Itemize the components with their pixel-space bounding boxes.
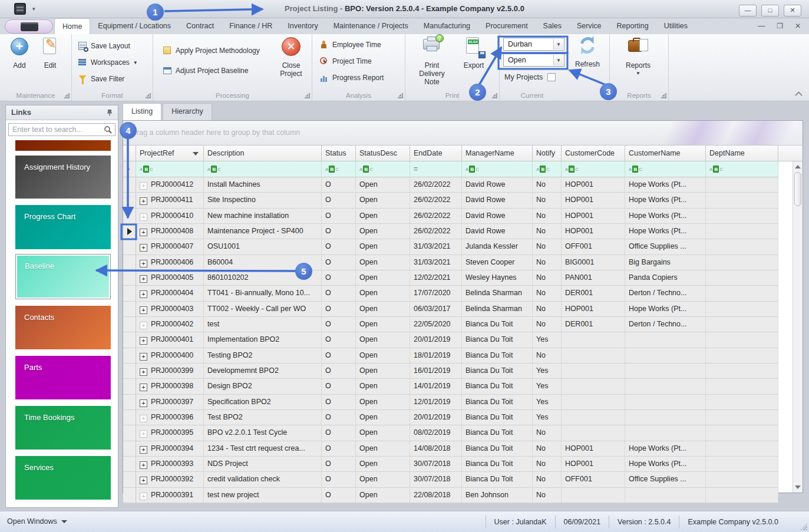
close-project-button[interactable]: ✕ Close Project [273,37,309,78]
project-row-prj0000401[interactable]: +PRJ0000401Implementation BPO2OOpen20/01… [123,332,778,348]
expand-icon[interactable]: + [140,368,147,376]
maximize-button[interactable]: □ [761,5,779,16]
abc-filter-icon[interactable]: ABC [629,166,642,173]
project-row-prj0000403[interactable]: +PRJ0000403TT002 - Weekly - Call per WOO… [123,302,778,317]
menu-tab-service[interactable]: Service [569,18,609,34]
scrollbar-thumb[interactable] [794,172,801,206]
project-row-prj0000398[interactable]: +PRJ0000398Design BPO2OOpen14/01/2019Bia… [123,379,778,394]
project-row-prj0000402[interactable]: +PRJ0000402testOOpen22/05/2020Bianca Du … [123,317,778,332]
my-projects-checkbox-box[interactable] [547,73,556,81]
abc-filter-icon[interactable]: ABC [709,166,723,173]
scroll-up-icon[interactable] [795,165,801,168]
refresh-button[interactable]: Refresh [569,35,606,68]
menu-tab-manufacturing[interactable]: Manufacturing [416,18,478,34]
project-row-prj0000400[interactable]: +PRJ0000400Testing BPO2OOpen18/01/2019Bi… [123,348,778,364]
column-header-description[interactable]: Description [204,146,322,161]
format-dialog-launcher[interactable] [146,93,151,98]
print-delivery-note-button[interactable]: ? Print Delivery Note [412,37,451,86]
abc-filter-icon[interactable]: ABC [465,166,479,173]
column-header-statusdesc[interactable]: StatusDesc [356,146,410,161]
menu-tab-home[interactable]: Home [54,18,90,34]
project-row-prj0000391[interactable]: +PRJ0000391test new projectOOpen22/08/20… [123,488,778,503]
filter-cell-customername[interactable]: ABC [625,161,706,177]
mdi-restore-icon[interactable]: ❐ [777,22,783,30]
expand-icon[interactable]: + [140,182,147,190]
mdi-close-icon[interactable]: ✕ [795,22,801,30]
link-tile-progress-chart[interactable]: Progress Chart [15,205,111,249]
view-tab-hierarchy[interactable]: Hierarchy [163,103,212,120]
menu-tab-inventory[interactable]: Inventory [280,18,325,34]
expand-icon[interactable]: + [140,384,147,391]
menu-tab-finance-hr[interactable]: Finance / HR [222,18,280,34]
project-row-prj0000395[interactable]: +PRJ0000395BPO v2.2.0.1 Test CycleOOpen0… [123,425,778,441]
application-button[interactable] [5,19,53,34]
expand-icon[interactable]: + [140,415,147,422]
project-row-prj0000396[interactable]: +PRJ0000396Test BPO2OOpen20/01/2019Bianc… [123,410,778,425]
filter-cell-statusdesc[interactable]: ABC [356,161,410,177]
link-tile-partial[interactable] [15,140,111,151]
expand-icon[interactable]: + [140,306,147,314]
link-tile-services[interactable]: Services [15,456,111,500]
export-button[interactable]: XLSX Export [457,37,490,70]
project-row-prj0000394[interactable]: +PRJ00003941234 - Test ctrt request crea… [123,441,778,457]
project-row-prj0000393[interactable]: +PRJ0000393NDS ProjectOOpen30/07/2018Bia… [123,457,778,472]
filter-cell-deptname[interactable]: ABC [706,161,778,177]
save-layout-button[interactable]: Save Layout [78,40,130,52]
reports-dialog-launcher[interactable] [661,93,666,98]
column-header-status[interactable]: Status [322,146,356,161]
expand-icon[interactable]: + [140,493,147,500]
menu-tab-procurement[interactable]: Procurement [478,18,536,34]
project-row-prj0000406[interactable]: +PRJ0000406B60004OOpen31/03/2021Steven C… [123,255,778,270]
expand-icon[interactable]: + [140,290,147,298]
filter-cell-projectref[interactable]: ABC [136,161,204,177]
processing-dialog-launcher[interactable] [305,93,310,98]
menu-tab-maintenance-projects[interactable]: Maintenance / Projects [326,18,416,34]
expand-icon[interactable]: + [140,244,147,252]
view-tab-listing[interactable]: Listing [123,103,161,120]
equals-filter-icon[interactable]: = [414,165,418,173]
employee-time-button[interactable]: Employee Time [319,39,381,51]
project-row-prj0000410[interactable]: +PRJ0000410New machine installationOOpen… [123,209,778,224]
column-header-deptname[interactable]: DeptName [706,146,778,161]
filter-cell-customercode[interactable]: ABC [562,161,625,177]
expand-icon[interactable]: + [140,275,147,283]
expand-icon[interactable]: + [140,477,147,484]
expand-icon[interactable]: + [140,430,147,438]
project-time-button[interactable]: Project Time [319,55,372,67]
link-tile-time-bookings[interactable]: Time Bookings [15,406,111,450]
analysis-dialog-launcher[interactable] [398,93,403,98]
expand-icon[interactable]: + [140,399,147,407]
expand-icon[interactable]: + [140,461,147,469]
pin-icon[interactable] [106,109,113,116]
edit-button[interactable]: ✎ Edit [37,37,64,70]
expand-icon[interactable]: + [140,213,147,221]
apply-project-methodology-button[interactable]: Apply Project Methodology [163,45,260,57]
expand-icon[interactable]: + [140,322,147,329]
group-by-panel[interactable]: Drag a column header here to group by th… [123,121,803,146]
print-dialog-launcher[interactable] [492,93,497,98]
filter-cell-enddate[interactable]: = [410,161,462,177]
abc-filter-icon[interactable]: ABC [565,166,579,173]
abc-filter-icon[interactable]: ABC [207,166,221,173]
menu-tab-reporting[interactable]: Reporting [609,18,656,34]
progress-report-button[interactable]: Progress Report [319,72,384,84]
column-header-enddate[interactable]: EndDate [410,146,462,161]
maintenance-dialog-launcher[interactable] [64,93,70,98]
status-combo-arrow-icon[interactable]: ▼ [553,55,563,65]
add-button[interactable]: + Add [6,37,33,70]
abc-filter-icon[interactable]: ABC [140,166,153,173]
link-tile-parts[interactable]: Parts [15,356,111,399]
link-tile-baseline[interactable]: Baseline [15,254,111,299]
expand-icon[interactable]: + [140,229,147,236]
open-windows-button[interactable]: Open Windows [7,517,67,526]
project-row-prj0000397[interactable]: +PRJ0000397Specification BPO2OOpen12/01/… [123,395,778,410]
filter-cell-notify[interactable]: ABC [533,161,562,177]
expand-icon[interactable]: + [140,353,147,361]
minimize-button[interactable]: — [739,5,757,16]
project-row-prj0000399[interactable]: +PRJ0000399Developmemnt BPO2OOpen16/01/2… [123,364,778,379]
abc-filter-icon[interactable]: ABC [325,166,339,173]
link-tile-contacts[interactable]: Contacts [15,306,111,349]
expand-icon[interactable]: + [140,260,147,267]
menu-tab-equipment-locations[interactable]: Equipment / Locations [90,18,179,34]
column-header-projectref[interactable]: ProjectRef [136,146,204,161]
